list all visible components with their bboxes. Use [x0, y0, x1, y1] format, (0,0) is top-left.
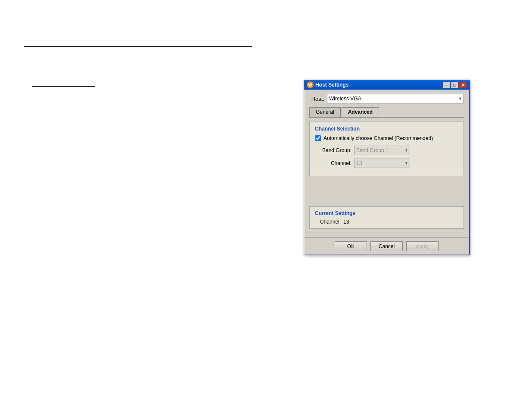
channel-selection-title: Channel Selection [315, 126, 458, 132]
band-group-select[interactable]: Band Group 1 Band Group 2 [354, 146, 410, 155]
host-select[interactable]: Wireless VGA [327, 94, 464, 103]
tab-general[interactable]: General [309, 107, 341, 117]
band-group-row: Band Group: Band Group 1 Band Group 2 [315, 146, 458, 155]
minimize-button[interactable]: — [443, 82, 450, 88]
current-settings-title: Current Settings [315, 210, 458, 216]
channel-select-wrapper: 13 1 6 [354, 159, 410, 168]
title-bar: W Host Settings — □ ✕ [304, 80, 469, 90]
auto-channel-row: Automatically choose Channel (Recommende… [315, 135, 458, 141]
dialog-title: Host Settings [315, 82, 443, 88]
title-bar-buttons: — □ ✕ [443, 82, 467, 88]
apply-button[interactable]: Apply [406, 241, 439, 251]
auto-channel-label: Automatically choose Channel (Recommende… [324, 135, 433, 141]
auto-channel-checkbox[interactable] [315, 135, 321, 141]
close-button[interactable]: ✕ [459, 82, 467, 88]
current-channel-value: 13 [343, 219, 349, 225]
dialog-window: W Host Settings — □ ✕ Host: Wireless VGA… [304, 80, 470, 255]
tabs-row: General Advanced [309, 107, 464, 118]
tab-advanced[interactable]: Advanced [342, 107, 379, 117]
maximize-button[interactable]: □ [451, 82, 458, 88]
channel-select[interactable]: 13 1 6 [354, 159, 410, 168]
dialog-footer: OK Cancel Apply [304, 237, 469, 255]
current-channel-label: Channel: [315, 219, 341, 225]
current-settings-section: Current Settings Channel: 13 [309, 206, 464, 229]
mid-spacer [309, 181, 464, 206]
channel-selection-section: Channel Selection Automatically choose C… [309, 121, 464, 176]
host-select-wrapper: Wireless VGA [327, 94, 464, 103]
page-line-mid [32, 86, 95, 87]
current-channel-row: Channel: 13 [315, 219, 458, 225]
app-icon: W [307, 81, 314, 88]
channel-row: Channel: 13 1 6 [315, 159, 458, 168]
cancel-button[interactable]: Cancel [370, 241, 403, 251]
channel-label: Channel: [315, 160, 352, 166]
host-label: Host: [309, 96, 324, 102]
page-line-top [24, 46, 252, 47]
host-row: Host: Wireless VGA [309, 94, 464, 103]
ok-button[interactable]: OK [335, 241, 367, 251]
band-group-label: Band Group: [315, 147, 352, 153]
dialog-body: Host: Wireless VGA General Advanced Chan… [304, 90, 469, 237]
band-group-select-wrapper: Band Group 1 Band Group 2 [354, 146, 410, 155]
